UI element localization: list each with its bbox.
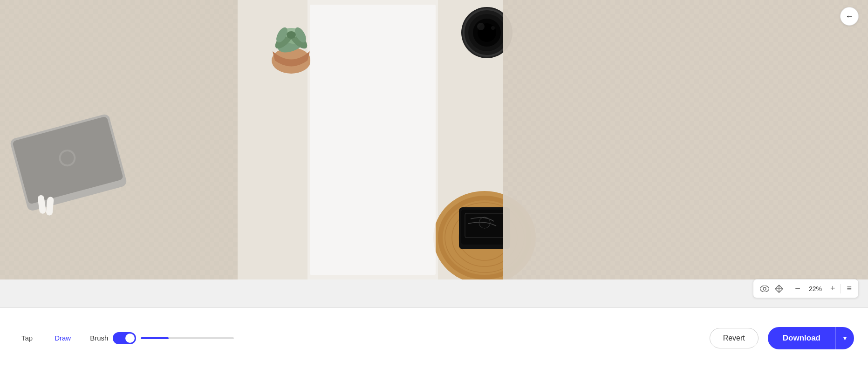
tap-button[interactable]: Tap — [14, 330, 40, 346]
svg-point-30 — [491, 26, 495, 30]
download-options-button[interactable]: ▾ — [835, 327, 854, 349]
zoom-in-icon[interactable]: + — [830, 284, 835, 293]
back-icon: ← — [845, 12, 854, 21]
zoom-menu-icon[interactable]: ≡ — [847, 284, 852, 293]
toggle-knob — [125, 334, 135, 343]
svg-rect-39 — [461, 210, 508, 245]
revert-button[interactable]: Revert — [710, 328, 759, 348]
brush-label: Brush — [90, 334, 108, 342]
draw-button[interactable]: Draw — [47, 330, 78, 346]
zoom-controls: − 22% + ≡ — [753, 279, 859, 298]
eye-icon[interactable] — [760, 286, 769, 292]
svg-rect-44 — [503, 0, 868, 279]
bottom-toolbar: Tap Draw Brush Revert Download ▾ — [0, 307, 868, 368]
svg-rect-12 — [0, 0, 238, 279]
chevron-down-icon: ▾ — [843, 334, 847, 342]
photo-scene — [0, 0, 868, 279]
svg-point-29 — [477, 23, 485, 30]
brush-slider-track — [141, 337, 169, 339]
brush-toggle[interactable] — [113, 332, 136, 344]
main-canvas: ← − 22% + ≡ Tap Draw Brush — [0, 0, 868, 368]
brush-container: Brush — [90, 332, 234, 344]
zoom-value: 22% — [806, 285, 825, 293]
svg-point-45 — [763, 287, 766, 290]
brush-size-slider[interactable] — [141, 337, 234, 339]
download-button[interactable]: Download — [768, 327, 835, 349]
back-button[interactable]: ← — [840, 7, 859, 26]
canvas-area[interactable] — [0, 0, 868, 279]
download-group: Download ▾ — [768, 327, 854, 349]
left-tools: Tap Draw Brush — [14, 330, 234, 346]
svg-rect-42 — [310, 5, 436, 275]
svg-point-23 — [287, 31, 296, 39]
zoom-out-icon[interactable]: − — [795, 283, 800, 294]
move-icon[interactable] — [775, 285, 783, 293]
right-controls: Revert Download ▾ — [710, 327, 854, 349]
